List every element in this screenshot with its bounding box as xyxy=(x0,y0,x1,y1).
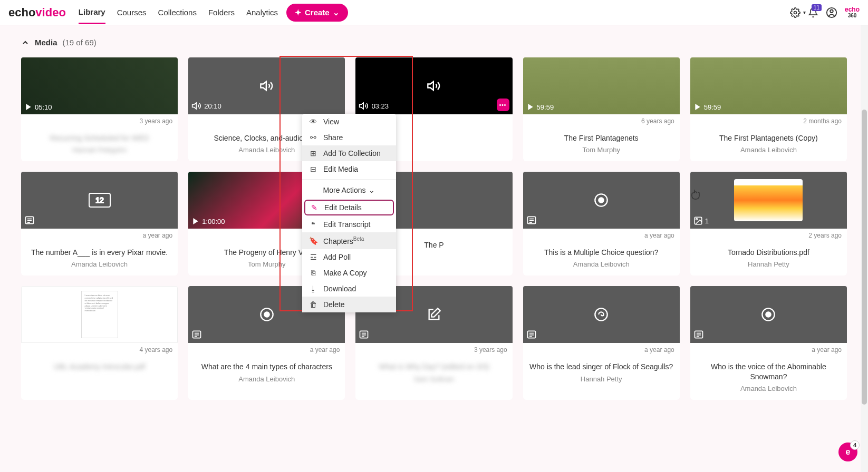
menu-share[interactable]: ⚯Share xyxy=(302,130,396,145)
pencil-icon: ✎ xyxy=(310,203,319,212)
menu-add-to-collection[interactable]: ⊞Add To Collection xyxy=(302,145,396,161)
card-author: Amanda Leibovich xyxy=(695,385,843,392)
menu-add-poll[interactable]: ☲Add Poll xyxy=(302,249,396,265)
thumbnail[interactable]: 20:10 xyxy=(188,57,345,114)
type-icon xyxy=(526,329,537,340)
time-ago: a year ago xyxy=(523,229,680,239)
menu-delete[interactable]: 🗑Delete xyxy=(302,297,396,312)
nav-analytics[interactable]: Analytics xyxy=(246,2,278,23)
app-header: echovideo Library Courses Collections Fo… xyxy=(0,0,868,25)
type-icon xyxy=(359,329,369,340)
thumbnail[interactable]: 59:59 xyxy=(690,57,847,114)
card-author: Amanda Leibovich xyxy=(192,375,341,383)
menu-edit-transcript[interactable]: ❝Edit Transcript xyxy=(302,217,396,232)
eye-icon: 👁 xyxy=(308,117,318,126)
menu-edit-media[interactable]: ⊟Edit Media xyxy=(302,161,396,177)
card-author: Amanda Leibovich xyxy=(695,146,843,154)
settings-icon[interactable]: ▾ xyxy=(790,7,801,18)
type-icon xyxy=(24,215,35,225)
thumbnail[interactable] xyxy=(523,172,680,229)
brand-badge: echo360 xyxy=(845,7,860,18)
media-card[interactable]: a year ago This is a Multiple Choice que… xyxy=(523,172,680,276)
notifications-icon[interactable]: 11 xyxy=(808,7,818,18)
media-card[interactable]: Lorem ipsum dolor sit amet consectetur a… xyxy=(21,286,178,399)
card-author: Tom Murphy xyxy=(527,146,676,154)
type-icon xyxy=(191,329,202,340)
media-card[interactable]: 59:59 2 months ago The First Plantagenet… xyxy=(690,57,847,161)
thumbnail[interactable]: 05:10 xyxy=(21,57,178,114)
card-title: What is Why Day? (edited on 3/3) xyxy=(360,362,508,371)
type-icon xyxy=(526,215,537,225)
time-ago: 2 months ago xyxy=(690,114,847,125)
card-title: Who is the lead singer of Flock of Seagu… xyxy=(527,362,676,371)
nav-collections[interactable]: Collections xyxy=(158,2,197,23)
svg-point-24 xyxy=(696,219,697,220)
time-ago: 3 years ago xyxy=(355,343,512,353)
time-ago: 3 years ago xyxy=(21,114,178,125)
menu-chapters[interactable]: 🔖ChaptersBeta xyxy=(302,232,396,249)
duration-label: 1:00:00 xyxy=(191,217,225,225)
svg-marker-3 xyxy=(26,104,31,110)
thumbnail[interactable] xyxy=(523,286,680,343)
svg-point-43 xyxy=(766,312,771,317)
duration-label: 20:10 xyxy=(191,101,221,111)
thumbnail[interactable]: 03:23 ••• xyxy=(355,57,512,114)
svg-point-28 xyxy=(264,312,269,317)
download-icon: ⭳ xyxy=(308,284,318,293)
chevron-up-icon xyxy=(21,38,30,47)
card-title: Tornado Distributions.pdf xyxy=(695,248,843,257)
nav-folders[interactable]: Folders xyxy=(208,2,235,23)
thumbnail[interactable]: 1 xyxy=(690,172,847,229)
menu-view[interactable]: 👁View xyxy=(302,114,396,130)
type-icon xyxy=(693,329,704,340)
account-icon[interactable] xyxy=(826,7,837,18)
scroll-thumb[interactable] xyxy=(862,110,867,405)
svg-point-18 xyxy=(599,198,604,203)
copy-icon: ⎘ xyxy=(308,269,318,277)
time-ago: a year ago xyxy=(523,343,680,353)
floating-count-badge: 4 xyxy=(850,440,860,450)
menu-download[interactable]: ⭳Download xyxy=(302,281,396,297)
card-author: Amanda Leibovich xyxy=(25,260,173,268)
menu-edit-details[interactable]: ✎Edit Details xyxy=(304,200,394,215)
section-header[interactable]: Media (19 of 69) xyxy=(21,38,847,47)
time-ago: 4 years ago xyxy=(21,343,178,353)
media-card[interactable]: 05:10 3 years ago Recurring Scheduled fo… xyxy=(21,57,178,161)
type-icon: 1 xyxy=(693,216,709,225)
svg-point-0 xyxy=(794,11,796,14)
media-card[interactable]: a year ago Who is the lead singer of Flo… xyxy=(523,286,680,399)
quote-icon: ❝ xyxy=(308,220,318,229)
mouse-cursor-icon xyxy=(691,189,701,200)
card-title: UBL Academy Introcube.pdf xyxy=(25,362,173,371)
svg-point-26 xyxy=(27,332,29,334)
media-card[interactable]: a year ago Who is the voice of the Abomi… xyxy=(690,286,847,399)
media-card[interactable]: 59:59 6 years ago The First Plantagenets… xyxy=(523,57,680,161)
chevron-down-icon: ▾ xyxy=(803,9,806,15)
chevron-down-icon: ⌄ xyxy=(333,8,340,17)
main-nav: Library Courses Collections Folders Anal… xyxy=(79,1,278,24)
menu-make-copy[interactable]: ⎘Make A Copy xyxy=(302,265,396,281)
create-button[interactable]: ✦ Create ⌄ xyxy=(286,4,348,22)
nav-courses[interactable]: Courses xyxy=(117,2,147,23)
menu-more-actions[interactable]: More Actions⌄ xyxy=(302,182,396,199)
thumbnail[interactable]: Lorem ipsum dolor sit amet consectetur a… xyxy=(21,286,178,343)
media-card[interactable]: 12 a year ago The number A___ is in ever… xyxy=(21,172,178,276)
content-area: Media (19 of 69) 05:10 3 years ago Recur… xyxy=(0,25,868,472)
poll-icon: ☲ xyxy=(308,253,318,261)
media-grid: 05:10 3 years ago Recurring Scheduled fo… xyxy=(21,57,847,400)
card-author: Amanda Leibovich xyxy=(527,260,676,268)
more-button[interactable]: ••• xyxy=(497,99,509,111)
card-title: Who is the voice of the Abominable Snowm… xyxy=(695,362,843,381)
floating-help-button[interactable]: e4 xyxy=(838,442,857,461)
scrollbar[interactable] xyxy=(861,25,868,472)
card-title: What are the 4 main types of characters xyxy=(192,362,341,371)
media-card[interactable]: 1 2 years ago Tornado Distributions.pdf … xyxy=(690,172,847,276)
thumbnail[interactable] xyxy=(690,286,847,343)
logo: echovideo xyxy=(8,6,66,19)
thumbnail[interactable]: 12 xyxy=(21,172,178,229)
nav-library[interactable]: Library xyxy=(79,1,105,24)
time-ago: a year ago xyxy=(188,343,345,353)
thumbnail[interactable]: 59:59 xyxy=(523,57,680,114)
card-title: The First Plantagenets xyxy=(527,133,676,143)
duration-label: 59:59 xyxy=(693,103,721,111)
